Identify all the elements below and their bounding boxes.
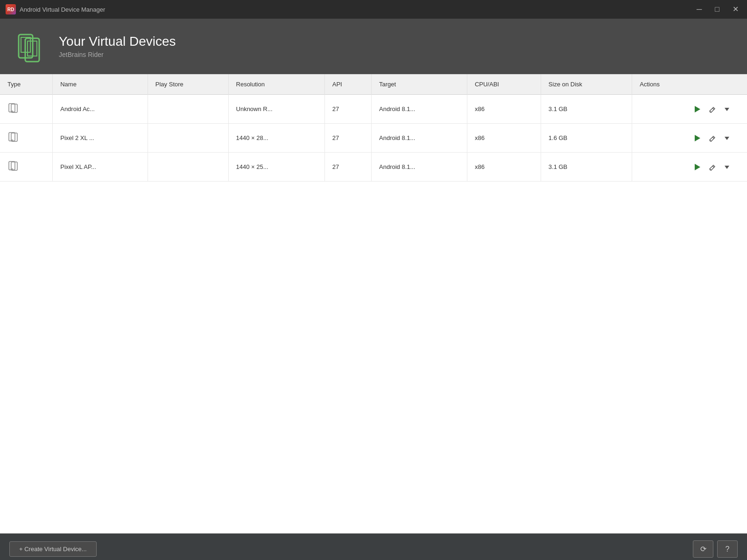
cell-play-store [148, 124, 228, 153]
cell-actions [632, 153, 747, 182]
svg-marker-10 [725, 108, 729, 111]
cell-name: Pixel XL AP... [53, 153, 148, 182]
cell-size-on-disk: 1.6 GB [541, 124, 632, 153]
svg-line-15 [712, 137, 714, 138]
edit-button[interactable] [709, 134, 716, 142]
cell-resolution: 1440 × 28... [228, 124, 324, 153]
table-container: Type Name Play Store Resolution API Targ… [0, 74, 747, 533]
cell-cpu-abi: x86 [467, 153, 541, 182]
col-header-name: Name [53, 74, 148, 95]
more-actions-button[interactable] [724, 135, 730, 141]
col-header-type: Type [0, 74, 53, 95]
col-header-actions: Actions [632, 74, 747, 95]
cell-api: 27 [324, 153, 371, 182]
cell-size-on-disk: 3.1 GB [541, 153, 632, 182]
cell-actions [632, 124, 747, 153]
create-virtual-device-button[interactable]: + Create Virtual Device... [9, 541, 97, 557]
title-bar: RD Android Virtual Device Manager ─ □ ✕ [0, 0, 747, 19]
cell-api: 27 [324, 124, 371, 153]
cell-play-store [148, 95, 228, 124]
col-header-target: Target [372, 74, 467, 95]
window-title: Android Virtual Device Manager [20, 6, 694, 13]
svg-marker-14 [695, 135, 700, 141]
device-type-icon [7, 105, 19, 115]
refresh-button[interactable]: ⟳ [693, 540, 713, 558]
edit-button[interactable] [709, 105, 716, 113]
device-table: Type Name Play Store Resolution API Targ… [0, 74, 747, 182]
cell-cpu-abi: x86 [467, 124, 541, 153]
svg-marker-17 [725, 137, 729, 140]
cell-actions [632, 95, 747, 124]
launch-button[interactable] [693, 163, 701, 171]
svg-line-8 [712, 108, 714, 109]
app-icon: RD [6, 4, 16, 14]
more-actions-button[interactable] [724, 164, 730, 170]
cell-play-store [148, 153, 228, 182]
help-button[interactable]: ? [717, 540, 738, 558]
more-actions-button[interactable] [724, 106, 730, 112]
cell-resolution: Unknown R... [228, 95, 324, 124]
table-row: Android Ac...Unknown R...27Android 8.1..… [0, 95, 747, 124]
cell-target: Android 8.1... [372, 153, 467, 182]
cell-size-on-disk: 3.1 GB [541, 95, 632, 124]
close-button[interactable]: ✕ [730, 4, 741, 15]
device-type-icon [7, 134, 19, 144]
header: Your Virtual Devices JetBrains Rider [0, 19, 747, 74]
cell-resolution: 1440 × 25... [228, 153, 324, 182]
cell-cpu-abi: x86 [467, 95, 541, 124]
page-subtitle: JetBrains Rider [59, 51, 176, 58]
cell-name: Pixel 2 XL ... [53, 124, 148, 153]
launch-button[interactable] [693, 105, 701, 113]
svg-marker-7 [695, 106, 700, 112]
launch-button[interactable] [693, 134, 701, 142]
window-controls: ─ □ ✕ [694, 4, 741, 15]
col-header-play-store: Play Store [148, 74, 228, 95]
cell-target: Android 8.1... [372, 95, 467, 124]
col-header-api: API [324, 74, 371, 95]
cell-type [0, 124, 53, 153]
col-header-cpu-abi: CPU/ABI [467, 74, 541, 95]
svg-marker-24 [725, 166, 729, 169]
cell-target: Android 8.1... [372, 124, 467, 153]
cell-api: 27 [324, 95, 371, 124]
table-row: Pixel XL AP...1440 × 25...27Android 8.1.… [0, 153, 747, 182]
maximize-button[interactable]: □ [712, 4, 722, 15]
footer: + Create Virtual Device... ⟳ ? [0, 533, 747, 560]
col-header-resolution: Resolution [228, 74, 324, 95]
footer-right-actions: ⟳ ? [693, 540, 738, 558]
svg-marker-21 [695, 164, 700, 170]
table-header-row: Type Name Play Store Resolution API Targ… [0, 74, 747, 95]
header-text: Your Virtual Devices JetBrains Rider [59, 34, 176, 58]
table-row: Pixel 2 XL ...1440 × 28...27Android 8.1.… [0, 124, 747, 153]
main-content: Type Name Play Store Resolution API Targ… [0, 74, 747, 533]
cell-type [0, 95, 53, 124]
svg-line-22 [712, 166, 714, 167]
cell-name: Android Ac... [53, 95, 148, 124]
minimize-button[interactable]: ─ [694, 4, 705, 15]
help-icon: ? [726, 545, 730, 553]
edit-button[interactable] [709, 163, 716, 171]
refresh-icon: ⟳ [700, 545, 706, 553]
cell-type [0, 153, 53, 182]
device-type-icon [7, 163, 19, 173]
page-title: Your Virtual Devices [59, 34, 176, 49]
col-header-size-on-disk: Size on Disk [541, 74, 632, 95]
header-icon [15, 30, 48, 63]
